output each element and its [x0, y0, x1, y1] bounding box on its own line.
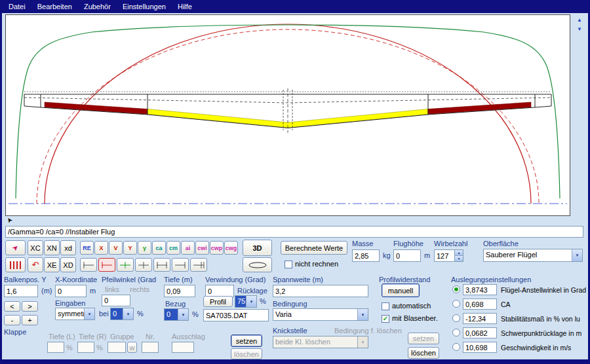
bedingung-select[interactable]: Varia ▼ [273, 308, 368, 321]
xkoordinate-input[interactable] [55, 285, 87, 297]
xe-button[interactable]: XE [44, 257, 60, 272]
menu-item-hilfe[interactable]: Hilfe [172, 1, 198, 12]
dropdown-arrow-icon[interactable]: ▼ [123, 308, 133, 319]
xd-button[interactable]: xd [60, 240, 76, 255]
flughoehe-input[interactable] [393, 249, 421, 262]
spannweite-input[interactable] [273, 285, 368, 297]
berechnete-werte-button[interactable]: Berechnete Werte [281, 241, 347, 255]
beam-hatch-button[interactable] [5, 257, 26, 272]
auslegung-radio-anstellwinkel[interactable] [452, 285, 460, 293]
klappe-tiefe-r-label: Tiefe (R) [79, 333, 106, 340]
airfoil-view-button[interactable] [243, 257, 272, 272]
bei-value: 0 [111, 308, 123, 319]
ai-plot-button[interactable]: ai [181, 241, 195, 255]
ca-plot-button[interactable]: ca [152, 241, 166, 255]
tiefe-input[interactable] [164, 285, 195, 297]
view-3d-button[interactable]: 3D [243, 240, 272, 256]
undo-icon: ↶ [32, 260, 39, 270]
command-line-input[interactable] [5, 226, 583, 238]
beam-align-right2-button[interactable] [190, 258, 207, 272]
cwg-plot-button[interactable]: cwg [224, 241, 238, 255]
cwp-plot-button[interactable]: cwp [210, 241, 224, 255]
manuell-button[interactable]: manuell [382, 283, 420, 297]
auslegung-radio-schwerpunkt[interactable] [452, 329, 460, 337]
gamma-plot-button[interactable]: γ [138, 241, 151, 255]
klappe-setzen-button[interactable]: setzen [231, 335, 262, 347]
auslegung-value-stabilitaet[interactable] [463, 313, 497, 324]
beam-align-both-button[interactable] [153, 258, 170, 272]
balken-prev-button[interactable]: < [4, 301, 20, 312]
dropdown-arrow-icon[interactable]: ▼ [572, 249, 582, 261]
auslegung-value-anstellwinkel[interactable] [463, 284, 497, 295]
pfeilwinkel-rechts-label: rechts [130, 285, 149, 293]
profil-file-input[interactable] [203, 309, 269, 321]
bei-select[interactable]: 0 ▼ [110, 308, 134, 320]
spinner-down-icon[interactable]: ▼ [455, 256, 463, 261]
nicht-rechnen-checkbox[interactable] [285, 261, 292, 268]
auslegung-value-geschwindigkeit[interactable] [463, 342, 497, 353]
auslegung-radio-stabilitaet[interactable] [452, 314, 460, 322]
v-plot-button[interactable]: V [109, 241, 123, 255]
auslegung-label-anstellwinkel: Flügel-Anstellwinkel in Grad [501, 286, 586, 294]
cwi-plot-button[interactable]: cwi [195, 241, 209, 255]
klappe-tiefe-l-unit: % [66, 344, 73, 352]
klappe-gruppe-input [108, 342, 126, 353]
balkenpos-input[interactable] [4, 285, 38, 297]
beam-align-right-button[interactable] [172, 258, 189, 272]
dropdown-arrow-icon[interactable]: ▼ [246, 296, 256, 307]
spinner-up-icon[interactable]: ▲ [455, 250, 463, 256]
xd2-button[interactable]: XD [60, 257, 76, 272]
scroll-up-button[interactable]: ▲ [575, 16, 584, 24]
balken-plus-button[interactable]: + [22, 315, 38, 325]
auslegung-value-ca[interactable] [463, 299, 497, 310]
chi-plot-button[interactable]: X [94, 241, 108, 255]
auslegung-radio-ca[interactable] [452, 300, 460, 308]
wirbelzahl-spinner[interactable]: ▲ ▼ [455, 249, 463, 262]
automatisch-label: automatisch [392, 302, 431, 310]
wing-planform-drawing [6, 15, 570, 215]
y-plot-button[interactable]: Y [123, 241, 137, 255]
auslegung-radio-geschwindigkeit[interactable] [452, 343, 460, 351]
oberflaeche-select[interactable]: Sauberer Flügel ▼ [483, 249, 583, 262]
balken-next-button[interactable]: > [22, 301, 38, 312]
re-plot-button[interactable]: RE [80, 241, 94, 255]
balken-minus-button[interactable]: - [4, 315, 20, 325]
wing-plot-canvas[interactable] [5, 14, 570, 216]
undo-button[interactable]: ↶ [28, 257, 43, 272]
menu-item-einstellungen[interactable]: Einstellungen [117, 1, 172, 12]
dropdown-arrow-icon[interactable]: ▼ [357, 309, 368, 320]
profil-button[interactable]: Profil [203, 296, 233, 307]
menu-bar: Datei Bearbeiten Zubehör Einstellungen H… [0, 0, 590, 13]
xn-button[interactable]: XN [44, 240, 60, 255]
auslegung-label-geschwindigkeit: Geschwindigkeit in m/s [501, 344, 571, 352]
beam-icon-4 [138, 261, 149, 269]
beam-align-left-button[interactable] [80, 258, 97, 272]
scroll-down-button[interactable]: ▼ [575, 25, 584, 33]
profil-position-unit: % [260, 297, 266, 305]
automatisch-checkbox[interactable] [382, 302, 389, 310]
cm-plot-button[interactable]: cm [167, 241, 180, 255]
pfeilwinkel-links-input[interactable] [102, 295, 130, 306]
auslegung-value-schwerpunkt[interactable] [463, 327, 497, 338]
xkoordinate-label: X-Koordinate [55, 276, 97, 283]
masse-input[interactable] [352, 249, 380, 262]
beam-align-left-active-button[interactable] [98, 258, 115, 272]
wirbelzahl-input[interactable] [434, 249, 455, 262]
pointer-mode-button[interactable]: ➤ [5, 240, 26, 255]
bezug-unit: % [192, 310, 199, 318]
menu-item-zubehoer[interactable]: Zubehör [78, 1, 117, 12]
eingaben-label: Eingaben [55, 299, 86, 307]
menu-item-bearbeiten[interactable]: Bearbeiten [31, 1, 78, 12]
bezug-select[interactable]: 0 ▼ [164, 308, 189, 321]
xc-button[interactable]: XC [28, 240, 43, 255]
dropdown-arrow-icon[interactable]: ▼ [84, 308, 94, 319]
knick-loeschen-button[interactable]: löschen [408, 347, 439, 359]
balkenpos-unit: (m) [41, 287, 52, 295]
beam-align-center-button[interactable] [135, 258, 152, 272]
eingaben-select[interactable]: symmetr ▼ [55, 308, 95, 320]
dropdown-arrow-icon[interactable]: ▼ [178, 309, 188, 320]
profil-position-select[interactable]: 75 ▼ [235, 295, 257, 308]
menu-item-datei[interactable]: Datei [3, 1, 31, 12]
beam-align-center-green-button[interactable] [117, 258, 134, 272]
mit-blasenber-checkbox[interactable]: ✓ [382, 315, 389, 323]
